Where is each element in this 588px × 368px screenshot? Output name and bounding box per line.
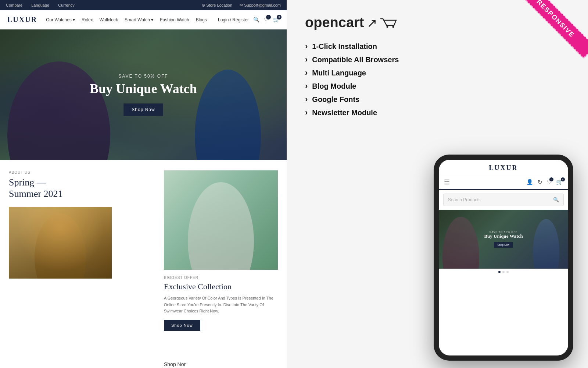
about-left: ABOUT US Spring —Summer 2021 xyxy=(9,170,155,331)
responsive-badge-container: RESPONSIVE xyxy=(522,0,588,66)
nav-bar: LUXUR Our Watches ▾ Rolex Wallclock Smar… xyxy=(0,10,287,29)
phone-logo: LUXUR xyxy=(444,164,563,172)
compare-link[interactable]: Compare xyxy=(6,3,22,7)
exclusive-label: BIGGEST OFFER xyxy=(164,276,278,280)
phone-search-icon[interactable]: 🔍 xyxy=(553,197,559,203)
opencart-cart-icon: ↗ xyxy=(367,15,377,30)
opencart-logo-cart-svg xyxy=(380,17,398,28)
phone-hero-shop-now-button[interactable]: Shop Now xyxy=(494,242,513,248)
phone-carousel-dots xyxy=(439,269,568,275)
phone-hero-content: SAVE TO 50% OFF Buy Unique Watch Shop No… xyxy=(484,231,523,248)
exclusive-description: A Georgeous Variety Of Color And Types I… xyxy=(164,295,278,315)
cart-badge: 0 xyxy=(277,15,282,20)
about-right-text: BIGGEST OFFER Exclusive Collection A Geo… xyxy=(164,276,278,331)
top-bar-right: ⊙ Store Location ✉ Support@gmail.com xyxy=(202,3,281,8)
phone-nav: ☰ 👤 ↻ ♡0 🛒0 xyxy=(439,175,568,190)
phone-search-bar[interactable]: Search Products 🔍 xyxy=(443,194,564,206)
phone-dot-2[interactable] xyxy=(502,271,505,273)
phone-hero-figure-right xyxy=(531,213,561,269)
nav-wallclock[interactable]: Wallclock xyxy=(100,17,118,22)
feature-item-6: Newsletter Module xyxy=(305,108,570,117)
cart-icon[interactable]: 🛒0 xyxy=(273,17,279,23)
phone-dot-1[interactable] xyxy=(498,271,501,273)
phone-wishlist-badge: 0 xyxy=(549,177,553,181)
nav-logo[interactable]: LUXUR xyxy=(7,15,37,24)
phone-header: LUXUR xyxy=(439,160,568,175)
phone-nav-right: 👤 ↻ ♡0 🛒0 xyxy=(526,179,563,185)
about-right: BIGGEST OFFER Exclusive Collection A Geo… xyxy=(164,170,278,331)
nav-links: Our Watches ▾ Rolex Wallclock Smart Watc… xyxy=(46,17,218,22)
hero-content: SAVE TO 50% OFF Buy Unique Watch Shop No… xyxy=(90,74,197,116)
svg-point-0 xyxy=(387,26,388,28)
phone-refresh-icon[interactable]: ↻ xyxy=(538,179,542,185)
phone-hero-banner: SAVE TO 50% OFF Buy Unique Watch Shop No… xyxy=(439,210,568,269)
phone-dot-3[interactable] xyxy=(506,271,509,273)
about-section: ABOUT US Spring —Summer 2021 BIGGEST OFF… xyxy=(0,160,287,331)
responsive-badge: RESPONSIVE xyxy=(522,0,588,59)
currency-link[interactable]: Currency xyxy=(58,3,75,7)
phone-cart-badge: 0 xyxy=(561,177,565,181)
phone-hero-title: Buy Unique Watch xyxy=(484,233,523,239)
phone-wishlist-icon[interactable]: ♡0 xyxy=(547,179,552,185)
about-title: Spring —Summer 2021 xyxy=(9,177,155,199)
left-panel: Compare Language Currency ⊙ Store Locati… xyxy=(0,0,287,368)
nav-smart-watch[interactable]: Smart Watch ▾ xyxy=(125,17,153,22)
shop-now-partial: Shop Nor xyxy=(164,361,186,367)
nav-rolex[interactable]: Rolex xyxy=(82,17,93,22)
about-image-small xyxy=(9,207,112,279)
nav-blogs[interactable]: Blogs xyxy=(196,17,207,22)
phone-menu-icon[interactable]: ☰ xyxy=(444,178,450,186)
login-register-link[interactable]: Login / Register xyxy=(218,17,249,22)
right-panel: RESPONSIVE opencart ↗ 1-Click Installati… xyxy=(287,0,588,368)
phone-outer: LUXUR ☰ 👤 ↻ ♡0 🛒0 Search Products 🔍 xyxy=(434,155,573,361)
feature-item-5: Google Fonts xyxy=(305,95,570,104)
svg-point-1 xyxy=(392,26,394,28)
store-location: ⊙ Store Location xyxy=(202,3,232,8)
phone-mockup: LUXUR ☰ 👤 ↻ ♡0 🛒0 Search Products 🔍 xyxy=(434,155,573,368)
hero-banner: SAVE TO 50% OFF Buy Unique Watch Shop No… xyxy=(0,29,287,160)
top-bar: Compare Language Currency ⊙ Store Locati… xyxy=(0,0,287,10)
exclusive-title: Exclusive Collection xyxy=(164,282,278,291)
phone-cart-icon[interactable]: 🛒0 xyxy=(556,179,563,185)
nav-our-watches[interactable]: Our Watches ▾ xyxy=(46,17,75,22)
wishlist-badge: 0 xyxy=(266,15,271,20)
phone-account-icon[interactable]: 👤 xyxy=(526,179,533,185)
support-email: ✉ Support@gmail.com xyxy=(240,3,281,8)
search-icon[interactable]: 🔍 xyxy=(253,17,259,23)
about-right-figure xyxy=(184,174,258,270)
hero-save-text: SAVE TO 50% OFF xyxy=(90,74,197,79)
nav-fashion-watch[interactable]: Fashion Watch xyxy=(160,17,189,22)
phone-hero-figure-left xyxy=(442,212,479,269)
feature-item-3: Multi Language xyxy=(305,68,570,78)
phone-screen: LUXUR ☰ 👤 ↻ ♡0 🛒0 Search Products 🔍 xyxy=(439,160,568,355)
phone-search-placeholder: Search Products xyxy=(448,197,550,202)
about-image-large xyxy=(164,170,278,270)
exclusive-shop-now-button[interactable]: Shop Now xyxy=(164,320,200,331)
phone-hero-save: SAVE TO 50% OFF xyxy=(484,231,523,233)
opencart-text: opencart xyxy=(305,15,364,31)
hero-title: Buy Unique Watch xyxy=(90,82,197,96)
wishlist-icon[interactable]: ♡0 xyxy=(264,17,269,23)
about-figure xyxy=(31,209,90,279)
nav-right: Login / Register 🔍 ♡0 🛒0 xyxy=(218,17,279,23)
hero-shop-now-button[interactable]: Shop Now xyxy=(123,103,163,116)
feature-item-4: Blog Module xyxy=(305,81,570,91)
language-link[interactable]: Language xyxy=(31,3,49,7)
phone-notch xyxy=(489,155,518,160)
about-label: ABOUT US xyxy=(9,170,155,174)
